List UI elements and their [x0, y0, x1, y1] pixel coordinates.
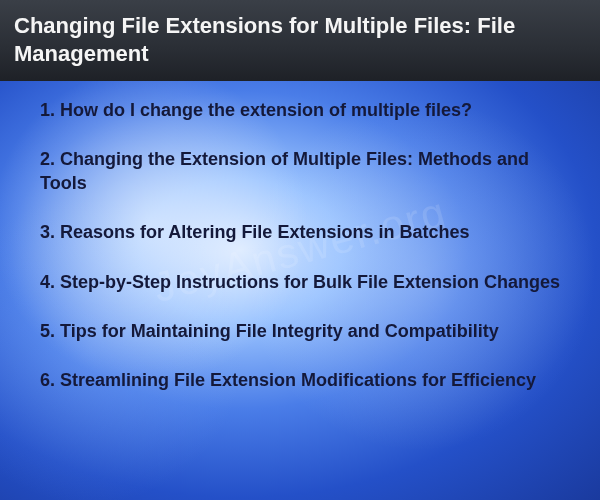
list-item: 1. How do I change the extension of mult…: [40, 99, 572, 122]
header-bar: Changing File Extensions for Multiple Fi…: [0, 0, 600, 81]
list-item: 6. Streamlining File Extension Modificat…: [40, 369, 572, 392]
list-item: 2. Changing the Extension of Multiple Fi…: [40, 148, 572, 195]
list-item: 4. Step-by-Step Instructions for Bulk Fi…: [40, 271, 572, 294]
page-title: Changing File Extensions for Multiple Fi…: [14, 12, 586, 67]
outline-list: 1. How do I change the extension of mult…: [0, 81, 600, 411]
list-item: 3. Reasons for Altering File Extensions …: [40, 221, 572, 244]
list-item: 5. Tips for Maintaining File Integrity a…: [40, 320, 572, 343]
